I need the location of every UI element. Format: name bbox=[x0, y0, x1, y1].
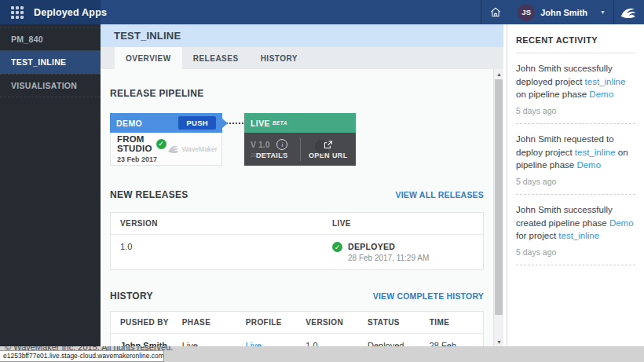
demo-phase-label: DEMO bbox=[116, 119, 142, 128]
open-url-label: OPEN URL bbox=[309, 152, 348, 159]
home-button[interactable] bbox=[481, 0, 510, 24]
history-table-header: PUSHED BY PHASE PROFILE VERSION STATUS T… bbox=[111, 312, 483, 333]
recent-activity-heading: RECENT ACTIVITY bbox=[516, 24, 635, 53]
demo-phase-card: DEMO PUSH FROM STUDIO ✓ 23 Feb 2017 W bbox=[110, 113, 222, 166]
activity-time: 5 days ago bbox=[516, 106, 635, 115]
phase-link[interactable]: Demo bbox=[589, 90, 613, 99]
tab-overview[interactable]: OVERVIEW bbox=[115, 47, 182, 69]
history-version: 1.0 bbox=[306, 341, 368, 346]
live-card-body: V 1.0 28 Feb 2017 i DETAILS OPEN URL bbox=[244, 133, 356, 166]
column-time: TIME bbox=[430, 318, 474, 327]
tab-history[interactable]: HISTORY bbox=[250, 47, 309, 69]
open-url-icon bbox=[323, 140, 333, 150]
main-content: RELEASE PIPELINE DEMO PUSH FROM STUDIO ✓… bbox=[101, 69, 493, 346]
user-menu[interactable]: JS John Smith ▼ bbox=[510, 0, 613, 24]
sidebar-item-test-inline[interactable]: TEST_INLINE bbox=[0, 50, 101, 74]
activity-text: John Smith successfully deployed project… bbox=[516, 62, 635, 101]
view-all-releases-link[interactable]: VIEW ALL RELEASES bbox=[396, 190, 485, 199]
apps-grid-icon[interactable] bbox=[11, 6, 24, 19]
column-version: VERSION bbox=[306, 318, 368, 327]
table-row: 1.0 ✓ DEPLOYED 28 Feb 2017, 11:29 AM bbox=[111, 234, 483, 269]
live-phase-label: LIVE bbox=[251, 119, 270, 128]
column-profile: PROFILE bbox=[246, 318, 306, 327]
column-version: VERSION bbox=[120, 219, 332, 228]
wavemaker-brand-text: WaveMaker bbox=[182, 145, 218, 153]
view-complete-history-link[interactable]: VIEW COMPLETE HISTORY bbox=[373, 291, 484, 301]
from-studio-label: FROM STUDIO bbox=[117, 134, 152, 153]
new-releases-heading: NEW RELEASES bbox=[110, 189, 188, 200]
open-url-button[interactable]: OPEN URL bbox=[301, 133, 357, 166]
wavemaker-watermark: WaveMaker bbox=[166, 143, 218, 155]
browser-status-url: e1253bff77e01.live.stage-cloud.wavemaker… bbox=[0, 350, 164, 362]
column-pushed-by: PUSHED BY bbox=[120, 318, 182, 327]
phase-link[interactable]: Demo bbox=[576, 160, 601, 170]
project-link[interactable]: test_inline bbox=[558, 231, 599, 240]
activity-text-part: for project bbox=[516, 231, 558, 240]
activity-text-part: John Smith successfully created pipeline… bbox=[516, 205, 613, 228]
recent-activity-panel: RECENT ACTIVITY John Smith successfully … bbox=[507, 24, 644, 346]
activity-text: John Smith successfully created pipeline… bbox=[516, 203, 635, 243]
table-row: John Smith Live Live 1.0 Deployed 28 Feb… bbox=[111, 333, 483, 346]
live-phase-card: LIVE BETA V 1.0 28 Feb 2017 i DETAILS bbox=[244, 113, 356, 166]
details-button[interactable]: i DETAILS bbox=[244, 133, 300, 166]
pipeline-arrow bbox=[222, 119, 228, 128]
deployed-label: DEPLOYED bbox=[348, 242, 395, 251]
scrollbar-thumb[interactable] bbox=[495, 79, 503, 315]
project-link[interactable]: test_inline bbox=[575, 148, 616, 157]
live-card-header: LIVE BETA bbox=[244, 113, 356, 133]
activity-time: 5 days ago bbox=[516, 247, 635, 257]
history-time: 28 Feb 2017, bbox=[430, 341, 474, 346]
activity-item: John Smith successfully deployed project… bbox=[516, 53, 635, 124]
avatar: JS bbox=[518, 4, 535, 21]
column-live: LIVE bbox=[332, 219, 474, 228]
deployed-status: ✓ DEPLOYED 28 Feb 2017, 11:29 AM bbox=[332, 242, 474, 262]
page-header: TEST_INLINE bbox=[101, 24, 503, 47]
release-version: 1.0 bbox=[120, 242, 332, 251]
success-check-icon: ✓ bbox=[156, 139, 166, 149]
deployed-check-icon: ✓ bbox=[332, 242, 342, 252]
page-title: TEST_INLINE bbox=[114, 30, 181, 42]
brand-area: Deployed Apps bbox=[0, 0, 101, 24]
history-status: Deployed bbox=[368, 341, 430, 346]
beta-badge: BETA bbox=[273, 120, 287, 126]
phase-link[interactable]: Demo bbox=[609, 218, 634, 228]
activity-item: John Smith successfully created pipeline… bbox=[516, 195, 635, 265]
vertical-scrollbar[interactable]: ▲ ▼ bbox=[493, 69, 503, 346]
chevron-down-icon: ▼ bbox=[600, 9, 606, 15]
sidebar: PM_840 TEST_INLINE VISUALISATION bbox=[0, 24, 101, 346]
demo-card-header: DEMO PUSH bbox=[110, 113, 222, 133]
sidebar-item-visualisation[interactable]: VISUALISATION bbox=[0, 74, 101, 97]
demo-source: FROM STUDIO ✓ 23 Feb 2017 bbox=[117, 134, 166, 163]
activity-text-part: on pipeline phase bbox=[516, 90, 589, 99]
footer-bar: © WaveMaker Inc. 2015. All rights reserv… bbox=[0, 346, 644, 362]
wavemaker-gray-icon bbox=[166, 143, 180, 155]
app-title: Deployed Apps bbox=[34, 7, 107, 18]
history-pushed-by: John Smith bbox=[120, 341, 182, 346]
info-icon: i bbox=[276, 139, 287, 150]
wavemaker-logo-icon[interactable] bbox=[614, 0, 641, 24]
tab-releases[interactable]: RELEASES bbox=[182, 47, 250, 69]
push-button[interactable]: PUSH bbox=[178, 116, 216, 130]
history-heading: HISTORY bbox=[110, 291, 153, 302]
top-bar: Deployed Apps JS John Smith ▼ bbox=[0, 0, 644, 24]
user-name: John Smith bbox=[540, 8, 587, 17]
history-profile-link[interactable]: Live bbox=[246, 341, 306, 346]
pipeline-cards: DEMO PUSH FROM STUDIO ✓ 23 Feb 2017 W bbox=[110, 113, 484, 166]
activity-item: John Smith requested to deploy project t… bbox=[516, 124, 635, 195]
new-releases-table: VERSION LIVE 1.0 ✓ DEPLOYED 28 Feb 2017,… bbox=[110, 212, 484, 270]
project-link[interactable]: test_inline bbox=[585, 77, 626, 86]
column-status: STATUS bbox=[368, 318, 430, 327]
activity-text: John Smith requested to deploy project t… bbox=[516, 133, 635, 172]
release-pipeline-heading: RELEASE PIPELINE bbox=[110, 88, 484, 99]
app-window: Deployed Apps JS John Smith ▼ PM_840 TES… bbox=[0, 0, 644, 362]
demo-card-body: FROM STUDIO ✓ 23 Feb 2017 WaveMaker bbox=[110, 133, 222, 166]
history-phase: Live bbox=[182, 341, 246, 346]
activity-time: 5 days ago bbox=[516, 177, 635, 186]
new-releases-table-header: VERSION LIVE bbox=[111, 213, 483, 234]
demo-deploy-date: 23 Feb 2017 bbox=[117, 155, 166, 163]
home-icon bbox=[489, 6, 502, 18]
deployed-time: 28 Feb 2017, 11:29 AM bbox=[348, 254, 429, 262]
top-bar-right: JS John Smith ▼ bbox=[481, 0, 641, 24]
details-label: DETAILS bbox=[256, 152, 288, 159]
sidebar-item-pm-840[interactable]: PM_840 bbox=[0, 27, 101, 50]
